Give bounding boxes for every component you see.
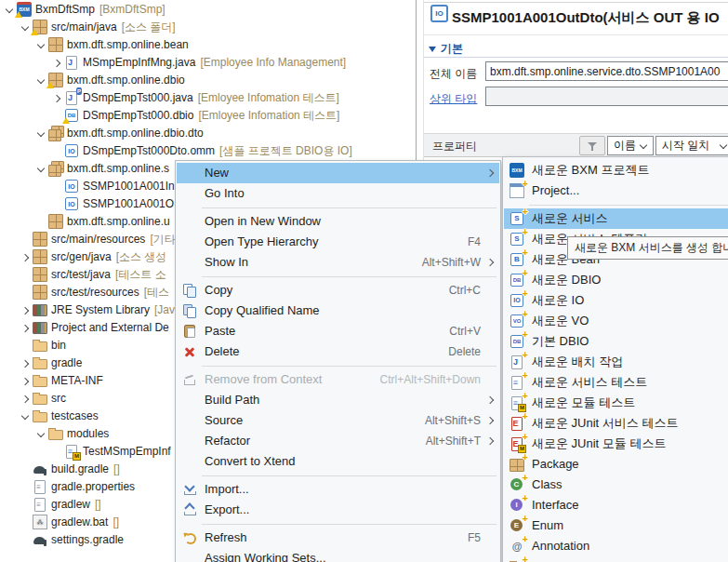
menu-separator xyxy=(202,207,496,208)
src-folder-icon xyxy=(33,285,47,300)
page-title: SSMP1001A001OutDto(서비스 OUT 용 IO xyxy=(452,9,720,27)
menu-item[interactable]: S+새로운 서비스 xyxy=(504,208,728,229)
menu-item-label: New xyxy=(205,163,229,183)
chevron-collapsed-icon[interactable] xyxy=(50,89,63,107)
tree-item[interactable]: BXMBxmDftSmp[BxmDftSmp] xyxy=(0,1,416,19)
menu-item-label: Remove from Context xyxy=(205,369,322,390)
menu-item[interactable]: Export... xyxy=(177,500,499,520)
menu-item[interactable]: BXM새로운 BXM 프로젝트 xyxy=(504,160,728,181)
tree-item-name: gradlew xyxy=(51,498,90,511)
menu-item[interactable]: +Project... xyxy=(504,181,728,201)
editor-top-border xyxy=(424,2,728,3)
super-type-input[interactable] xyxy=(485,87,728,106)
menu-item[interactable]: E+Enum xyxy=(504,515,728,536)
tree-item-name: modules xyxy=(67,427,109,440)
copy-icon xyxy=(182,283,197,298)
menu-item[interactable]: New xyxy=(177,163,499,183)
menu-item[interactable]: ≡+새로운 서비스 테스트 xyxy=(504,372,728,393)
tree-item-decoration: [소스 생성 xyxy=(116,250,167,263)
chevron-collapsed-icon[interactable] xyxy=(19,372,32,390)
menu-item[interactable]: ≡M+새로운 모듈 테스트 xyxy=(504,393,728,413)
menu-item[interactable]: Build Path xyxy=(177,390,499,410)
chevron-collapsed-icon[interactable] xyxy=(50,54,63,72)
menu-item[interactable]: CopyCtrl+C xyxy=(177,280,499,301)
menu-item[interactable]: Open Type HierarchyF4 xyxy=(177,232,499,252)
menu-item[interactable]: Assign Working Sets... xyxy=(177,548,499,562)
chevron-collapsed-icon[interactable] xyxy=(19,301,32,319)
menu-item[interactable]: RefreshF5 xyxy=(177,528,499,548)
section-basic-header[interactable]: 기본 xyxy=(429,41,463,57)
menu-item[interactable]: VO+새로운 VO xyxy=(504,311,728,331)
menu-item-label: Folder xyxy=(532,556,566,562)
tree-item[interactable]: JPDSmpEmpTst000.java[Emloyee Infomation … xyxy=(0,89,416,107)
menu-item-label: Copy Qualified Name xyxy=(205,301,320,321)
menu-item-shortcut: Delete xyxy=(448,341,481,362)
menu-item[interactable]: EM+새로운 JUnit 모듈 테스트 xyxy=(504,434,728,454)
service-icon: S+ xyxy=(510,211,524,226)
menu-item[interactable]: RefactorAlt+Shift+T xyxy=(177,431,499,451)
tree-item-label: gradlew.bat[] xyxy=(51,514,119,531)
chevron-collapsed-icon[interactable] xyxy=(19,319,32,337)
menu-item[interactable]: Open in New Window xyxy=(177,211,499,232)
filter-button[interactable] xyxy=(579,136,605,155)
tree-item-name: DSmpEmpTst000.dbio xyxy=(83,109,193,122)
tree-item-name: JRE System Library xyxy=(51,303,150,316)
tree-item-decoration: [샘플 프로젝트 DBIO용 IO] xyxy=(219,144,352,157)
title-divider xyxy=(424,34,728,35)
menu-item-label: Project... xyxy=(532,181,579,201)
tree-item-name: settings.gradle xyxy=(51,533,124,546)
menu-item[interactable]: I+Interface xyxy=(504,495,728,515)
menu-item[interactable]: +Package xyxy=(504,454,728,475)
chevron-collapsed-icon[interactable] xyxy=(19,248,32,266)
menu-item[interactable]: J+새로운 배치 작업 xyxy=(504,352,728,372)
menu-item[interactable]: PasteCtrl+V xyxy=(177,321,499,341)
match-mode-dropdown[interactable]: 시작 일치 xyxy=(655,136,728,155)
tree-item[interactable]: IODSmpEmpTst000Dto.omm[샘플 프로젝트 DBIO용 IO] xyxy=(0,142,416,160)
menu-item[interactable]: Show InAlt+Shift+W xyxy=(177,252,499,273)
tree-item-label: gradle.properties xyxy=(51,478,135,496)
name-filter-dropdown[interactable]: 이름 xyxy=(607,136,654,155)
menu-item[interactable]: IO+새로운 IO xyxy=(504,290,728,311)
tree-item-name: src xyxy=(51,392,66,405)
batch-icon: J+ xyxy=(510,355,524,369)
menu-item[interactable]: +Folder xyxy=(504,556,728,562)
chevron-collapsed-icon[interactable] xyxy=(19,390,32,408)
match-mode-value: 시작 일치 xyxy=(656,139,709,152)
package2-icon xyxy=(48,126,63,140)
menu-item[interactable]: Remove from ContextCtrl+Alt+Shift+Down xyxy=(177,369,499,390)
full-name-input[interactable] xyxy=(485,61,728,81)
chevron-expanded-icon[interactable] xyxy=(3,1,16,19)
menu-item[interactable]: DeleteDelete xyxy=(177,341,499,362)
tree-item[interactable]: bxm.dft.smp.online.bean xyxy=(0,36,416,54)
chevron-expanded-icon[interactable] xyxy=(34,125,47,142)
menu-item[interactable]: Import... xyxy=(177,479,499,500)
chevron-expanded-icon[interactable] xyxy=(34,425,47,443)
folder-icon xyxy=(33,408,47,423)
menu-item[interactable]: Convert to Xtend xyxy=(177,451,499,472)
menu-item[interactable]: Copy Qualified Name xyxy=(177,301,499,321)
chevron-expanded-icon[interactable] xyxy=(19,19,32,36)
submenu-arrow-icon xyxy=(486,259,494,266)
chevron-expanded-icon[interactable] xyxy=(19,408,32,425)
menu-item[interactable]: @+Annotation xyxy=(504,536,728,556)
menu-item[interactable]: C+Class xyxy=(504,475,728,495)
chevron-collapsed-icon[interactable] xyxy=(19,355,32,372)
menu-item[interactable]: DB+기본 DBIO xyxy=(504,331,728,352)
tree-item[interactable]: bxm.dft.smp.online.dbio.dto xyxy=(0,125,416,142)
menu-item[interactable]: DB+새로운 DBIO xyxy=(504,270,728,290)
menu-item[interactable]: Go Into xyxy=(177,183,499,204)
tree-item-name: META-INF xyxy=(51,374,103,387)
tree-item[interactable]: JMSmpEmpInfMng.java[Employee Info Manage… xyxy=(0,54,416,72)
tree-item-label: DSmpEmpTst000.java[Emloyee Infomation 테스… xyxy=(83,89,339,107)
chevron-expanded-icon[interactable] xyxy=(34,36,47,54)
super-type-link[interactable]: 상위 타입 xyxy=(430,91,477,107)
menu-item[interactable]: E+새로운 JUnit 서비스 테스트 xyxy=(504,413,728,434)
chevron-expanded-icon[interactable] xyxy=(34,160,47,178)
tree-item[interactable]: src/main/java[소스 폴더] xyxy=(0,19,416,36)
tree-item[interactable]: bxm.dft.smp.online.dbio xyxy=(0,72,416,89)
chevron-expanded-icon[interactable] xyxy=(34,72,47,89)
menu-item[interactable]: SourceAlt+Shift+S xyxy=(177,410,499,431)
export-icon xyxy=(182,502,197,517)
tree-item[interactable]: DBDSmpEmpTst000.dbio[Emloyee Infomation … xyxy=(0,107,416,125)
tree-item-decoration: [] xyxy=(113,462,120,475)
